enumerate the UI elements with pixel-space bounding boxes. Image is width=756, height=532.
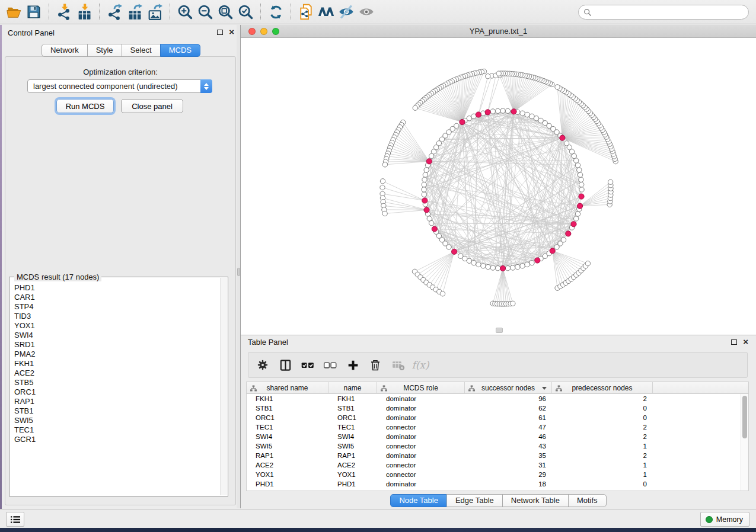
graph-hub-node[interactable] <box>460 119 465 124</box>
table-cell[interactable]: TEC1 <box>328 422 377 432</box>
scrollbar-thumb[interactable] <box>742 396 747 438</box>
graph-node[interactable] <box>579 187 584 192</box>
table-row[interactable]: STB1STB1dominator620 <box>247 403 748 413</box>
table-cell[interactable]: YOX1 <box>247 470 328 479</box>
graph-node[interactable] <box>578 172 582 177</box>
graph-node[interactable] <box>500 108 505 113</box>
graph-node[interactable] <box>564 141 569 146</box>
graph-hub-node[interactable] <box>424 207 429 213</box>
mcds-node-item[interactable]: STP4 <box>14 302 219 312</box>
graph-node[interactable] <box>579 177 583 182</box>
import-network-button[interactable] <box>54 2 74 22</box>
mcds-node-item[interactable]: FKH1 <box>14 359 219 368</box>
tab-motifs[interactable]: Motifs <box>568 494 607 507</box>
mcds-node-item[interactable]: SWI4 <box>14 331 219 340</box>
table-cell[interactable]: 18 <box>465 479 552 489</box>
save-button[interactable] <box>24 2 44 22</box>
table-cell[interactable]: dominator <box>377 451 465 460</box>
table-cell[interactable]: PHD1 <box>328 479 377 489</box>
table-row[interactable]: PHD1PHD1dominator180 <box>247 479 748 489</box>
table-cell[interactable]: dominator <box>377 394 465 403</box>
table-cell[interactable]: FKH1 <box>247 394 328 403</box>
function-builder-button[interactable]: f(x) <box>411 355 430 374</box>
mcds-node-item[interactable]: SRD1 <box>14 340 219 350</box>
table-cell[interactable]: 0 <box>552 413 653 422</box>
mcds-node-item[interactable]: PHD1 <box>14 283 219 293</box>
graph-node[interactable] <box>486 264 490 269</box>
memory-button[interactable]: Memory <box>700 512 749 527</box>
column-header-shared-name[interactable]: shared name <box>247 382 328 394</box>
graph-hub-node[interactable] <box>426 159 432 164</box>
graph-node[interactable] <box>413 105 417 110</box>
graph-hub-node[interactable] <box>566 231 571 236</box>
mcds-node-item[interactable]: ORC1 <box>14 387 219 397</box>
graph-node[interactable] <box>520 111 525 116</box>
close-icon[interactable]: × <box>229 29 234 35</box>
import-table-button[interactable] <box>74 2 94 22</box>
delete-column-button[interactable] <box>366 355 385 374</box>
apply-layout-button[interactable] <box>266 2 286 22</box>
graph-node[interactable] <box>380 185 385 190</box>
show-columns-button[interactable] <box>276 355 295 374</box>
network-graph[interactable] <box>241 38 756 334</box>
tab-node-table[interactable]: Node Table <box>390 494 447 507</box>
mcds-node-item[interactable]: STB5 <box>14 378 219 387</box>
tab-edge-table[interactable]: Edge Table <box>446 494 503 507</box>
tab-select[interactable]: Select <box>122 44 161 57</box>
table-cell[interactable]: 0 <box>552 403 653 413</box>
criterion-dropdown[interactable]: largest connected component (undirected) <box>27 79 212 93</box>
float-panel-icon[interactable] <box>217 30 223 35</box>
tab-network-table[interactable]: Network Table <box>502 494 569 507</box>
table-cell[interactable]: 1 <box>552 460 653 470</box>
table-settings-button[interactable] <box>253 355 272 374</box>
mcds-node-item[interactable]: PMA2 <box>14 350 219 359</box>
graph-node[interactable] <box>490 265 495 270</box>
first-neighbors-button[interactable] <box>316 2 336 22</box>
table-cell[interactable]: TEC1 <box>247 422 328 432</box>
table-row[interactable]: SWI4SWI4dominator462 <box>247 432 748 441</box>
graph-node[interactable] <box>422 192 426 197</box>
table-cell[interactable]: ORC1 <box>247 413 328 422</box>
table-cell[interactable]: 35 <box>465 451 552 460</box>
table-row[interactable]: FKH1FKH1dominator962 <box>247 394 748 403</box>
add-column-button[interactable] <box>343 355 362 374</box>
mcds-list-scrollbar[interactable] <box>220 278 227 495</box>
graph-node[interactable] <box>505 108 510 113</box>
table-cell[interactable]: 2 <box>552 394 653 403</box>
table-cell[interactable]: dominator <box>377 479 465 489</box>
table-cell[interactable]: RAP1 <box>328 451 377 460</box>
table-row[interactable]: ACE2ACE2connector311 <box>247 460 748 470</box>
graph-hub-node[interactable] <box>579 194 584 199</box>
clone-network-button[interactable] <box>296 2 316 22</box>
table-cell[interactable]: ACE2 <box>328 460 377 470</box>
graph-hub-node[interactable] <box>432 226 437 232</box>
table-cell[interactable]: connector <box>377 422 465 432</box>
show-all-button[interactable] <box>356 2 377 22</box>
table-cell[interactable]: 2 <box>552 422 653 432</box>
graph-node[interactable] <box>496 71 501 76</box>
table-cell[interactable]: SWI5 <box>328 441 377 451</box>
graph-node[interactable] <box>511 301 515 306</box>
tab-network[interactable]: Network <box>42 44 88 57</box>
table-cell[interactable]: PHD1 <box>247 479 328 489</box>
open-file-button[interactable] <box>4 2 24 22</box>
table-cell[interactable]: dominator <box>377 403 465 413</box>
mcds-node-item[interactable]: ACE2 <box>14 368 219 378</box>
unselect-all-columns-button[interactable] <box>321 355 340 374</box>
graph-node[interactable] <box>505 266 510 271</box>
graph-node[interactable] <box>525 112 529 117</box>
table-cell[interactable]: 2 <box>552 432 653 441</box>
graph-node[interactable] <box>490 109 495 114</box>
table-cell[interactable]: 1 <box>552 441 653 451</box>
table-cell[interactable]: 43 <box>465 441 552 451</box>
graph-node[interactable] <box>495 266 500 271</box>
table-cell[interactable]: 31 <box>465 460 552 470</box>
zoom-selected-button[interactable] <box>235 2 256 22</box>
graph-node[interactable] <box>422 182 426 187</box>
table-cell[interactable]: 29 <box>465 470 552 479</box>
table-cell[interactable]: 47 <box>465 422 552 432</box>
export-table-button[interactable] <box>125 2 145 22</box>
table-cell[interactable]: STB1 <box>247 403 328 413</box>
close-icon[interactable]: × <box>743 339 748 345</box>
graph-hub-node[interactable] <box>571 222 576 227</box>
